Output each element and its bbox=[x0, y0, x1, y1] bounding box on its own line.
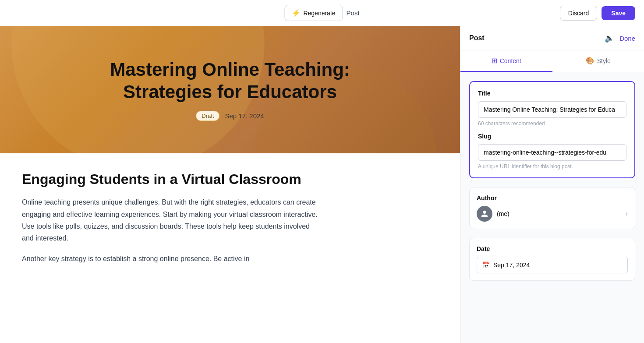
hero-title: Mastering Online Teaching: Strategies fo… bbox=[81, 59, 379, 103]
title-field: Title 60 characters recommended bbox=[478, 90, 626, 127]
slug-field: Slug A unique URL identifier for this bl… bbox=[478, 133, 626, 170]
author-avatar bbox=[477, 206, 492, 222]
panel-title: Post bbox=[469, 34, 485, 42]
author-row[interactable]: (me) › bbox=[477, 206, 628, 222]
article-paragraph-1: Online teaching presents unique challeng… bbox=[22, 196, 320, 244]
bolt-icon: ⚡ bbox=[292, 9, 301, 17]
post-label: Post bbox=[347, 9, 360, 17]
author-section: Author (me) › bbox=[469, 187, 635, 229]
discard-button[interactable]: Discard bbox=[560, 6, 597, 21]
toolbar-center: ⚡ Regenerate Post bbox=[284, 5, 359, 21]
panel-header-right: 🔈 Done bbox=[605, 33, 635, 43]
author-left: (me) bbox=[477, 206, 510, 222]
hero-date: Sep 17, 2024 bbox=[225, 112, 264, 120]
content-tab-icon: ⊞ bbox=[492, 57, 497, 65]
tab-content[interactable]: ⊞ Content bbox=[460, 50, 552, 72]
regenerate-label: Regenerate bbox=[303, 10, 335, 17]
right-panel: Post 🔈 Done ⊞ Content 🎨 Style Tit bbox=[460, 26, 644, 343]
toolbar-right: Discard Save bbox=[560, 6, 635, 21]
done-button[interactable]: Done bbox=[619, 35, 635, 42]
tab-style-label: Style bbox=[597, 57, 611, 64]
panel-tabs: ⊞ Content 🎨 Style bbox=[460, 50, 644, 72]
article-section-title: Engaging Students in a Virtual Classroom bbox=[22, 171, 320, 187]
title-field-label: Title bbox=[478, 90, 626, 97]
slug-input[interactable] bbox=[478, 144, 626, 161]
focus-box: Title 60 characters recommended Slug A u… bbox=[469, 81, 635, 178]
title-input[interactable] bbox=[478, 101, 626, 118]
title-hint: 60 characters recommended bbox=[478, 120, 626, 127]
style-tab-icon: 🎨 bbox=[586, 57, 594, 65]
panel-header: Post 🔈 Done bbox=[460, 26, 644, 50]
speaker-icon[interactable]: 🔈 bbox=[605, 33, 614, 43]
author-label: Author bbox=[477, 194, 628, 202]
hero-meta: Draft Sep 17, 2024 bbox=[196, 111, 264, 121]
content-area: Mastering Online Teaching: Strategies fo… bbox=[0, 26, 460, 343]
panel-content: Title 60 characters recommended Slug A u… bbox=[460, 72, 644, 290]
author-name: (me) bbox=[497, 210, 510, 217]
tab-style[interactable]: 🎨 Style bbox=[552, 50, 644, 72]
calendar-icon: 📅 bbox=[482, 262, 490, 269]
slug-hint: A unique URL identifier for this blog po… bbox=[478, 163, 626, 170]
date-value: Sep 17, 2024 bbox=[493, 262, 530, 269]
tab-content-label: Content bbox=[500, 57, 521, 64]
save-button[interactable]: Save bbox=[602, 6, 635, 20]
article-body: Engaging Students in a Virtual Classroom… bbox=[0, 153, 342, 291]
date-label: Date bbox=[477, 245, 628, 252]
date-section: Date 📅 Sep 17, 2024 bbox=[469, 238, 635, 281]
date-row[interactable]: 📅 Sep 17, 2024 bbox=[477, 257, 628, 273]
slug-field-label: Slug bbox=[478, 133, 626, 140]
chevron-right-icon: › bbox=[626, 210, 628, 218]
toolbar: ⚡ Regenerate Post Discard Save bbox=[0, 0, 644, 26]
article-paragraph-2: Another key strategy is to establish a s… bbox=[22, 253, 320, 265]
main-layout: Mastering Online Teaching: Strategies fo… bbox=[0, 26, 644, 343]
regenerate-button[interactable]: ⚡ Regenerate bbox=[284, 5, 343, 21]
draft-badge: Draft bbox=[196, 111, 219, 121]
hero-section: Mastering Online Teaching: Strategies fo… bbox=[0, 26, 460, 153]
